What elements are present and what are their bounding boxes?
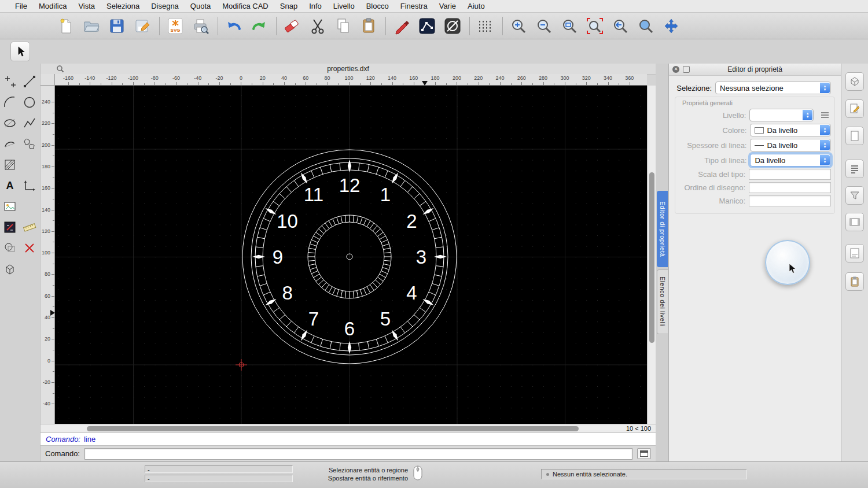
zoom-selection-button[interactable] [584,14,606,38]
menu-item-file[interactable]: File [9,2,33,10]
h-ruler-label: 100 [344,75,353,81]
color-value: Da livello [767,126,797,135]
v-scrollbar[interactable] [647,86,656,424]
menu-item-snap[interactable]: Snap [274,2,303,10]
menu-item-info[interactable]: Info [303,2,328,10]
h-ruler-label: 160 [409,75,418,81]
handle-input[interactable] [749,195,831,206]
circle-tool-button[interactable] [20,93,39,112]
zoom-auto-button[interactable] [558,14,580,38]
clipboard-panel-button[interactable] [845,272,864,291]
menu-item-quota[interactable]: Quota [185,2,216,10]
fill-tool-button[interactable] [1,217,19,237]
h-ruler-label: -100 [128,75,138,81]
menu-item-vista[interactable]: Vista [72,2,101,10]
measure-tool-button[interactable] [20,217,39,237]
linetype-select[interactable]: Da livello [750,154,831,167]
property-list-button[interactable] [845,160,864,178]
grid-toggle-button[interactable] [475,14,496,38]
polyline-tool-button[interactable] [20,113,39,133]
selection-select[interactable]: Nessuna selezione [715,82,831,94]
point-tool-icon [2,74,17,89]
line-tool-button[interactable] [20,72,39,91]
toolbar-separator [385,17,386,35]
box3d-tool-button[interactable] [1,259,19,279]
menu-item-blocco[interactable]: Blocco [361,2,395,10]
command-row: Comando: [41,445,656,461]
menu-item-livello[interactable]: Livello [328,2,361,10]
ellipse-tool-button[interactable] [1,113,19,133]
v-scrollbar-thumb[interactable] [649,172,654,343]
layer-select[interactable] [749,109,814,121]
edit-polyline-button[interactable] [416,14,438,38]
cursor-loupe [765,240,810,285]
menu-item-finestra[interactable]: Finestra [395,2,433,10]
h-scrollbar[interactable]: 10 < 100 [41,424,656,432]
polygon-tool-button[interactable] [20,134,39,154]
arrow-cursor-icon [14,45,27,58]
h-ruler-label: 180 [431,75,440,81]
lineweight-select[interactable]: Da livello [750,139,831,151]
draw-order-input[interactable] [749,182,831,193]
new-file-icon [57,17,75,35]
notes-button[interactable] [845,244,864,263]
menu-item-modifica[interactable]: Modifica [33,2,72,10]
text-tool-button[interactable]: A [1,176,19,195]
menu-item-varie[interactable]: Varie [433,2,462,10]
point-tool-button[interactable] [1,72,19,91]
paste-button[interactable] [358,14,380,38]
snap-tool-button[interactable] [20,238,39,258]
tab-property-editor[interactable]: Editor di proprietà [657,191,668,267]
menu-item-seleziona[interactable]: Seleziona [101,2,145,10]
linetype-scale-input[interactable] [749,169,831,180]
redo-button[interactable] [248,14,270,38]
copy-button[interactable] [332,14,354,38]
dimension-tool-button[interactable] [20,176,39,195]
zoom-out-button[interactable] [533,14,555,38]
blank-sheet-button[interactable] [845,127,864,145]
undo-button[interactable] [223,14,245,38]
cut-button[interactable] [307,14,329,38]
float-panel-button[interactable] [683,66,690,73]
toggle-construction-button[interactable] [442,14,464,38]
arc-tool-button[interactable] [1,93,19,112]
isometric-view-button[interactable] [845,72,864,91]
zoom-in-button[interactable] [507,14,529,38]
close-panel-button[interactable]: ✕ [672,66,679,73]
zoom-window-button[interactable] [635,14,657,38]
command-panel-button[interactable] [637,448,651,459]
layer-label: Livello: [679,111,746,120]
tab-layer-list[interactable]: Elenco dei livelli [657,269,668,334]
drawing-svg: 121234567891011 [55,86,647,424]
viewport-button[interactable] [845,213,864,231]
menu-item-modifica-cad[interactable]: Modifica CAD [216,2,274,10]
select-tool-button[interactable] [10,42,30,61]
print-preview-button[interactable] [190,14,212,38]
shape-tool-button[interactable] [1,238,19,258]
selection-label: Selezione: [674,84,712,93]
save-button[interactable] [106,14,128,38]
draw-pen-button[interactable] [391,14,413,38]
image-tool-button[interactable] [1,197,19,216]
h-scrollbar-thumb[interactable] [87,426,579,431]
eraser-icon [284,17,301,35]
toolbar-separator [218,17,218,35]
edit-drawing-button[interactable] [845,99,864,118]
menu-item-disegna[interactable]: Disegna [145,2,185,10]
color-select[interactable]: Da livello [750,124,831,136]
save-as-button[interactable] [131,14,153,38]
toolbar-separator [502,17,503,35]
layer-menu-button[interactable] [818,110,831,120]
hatch-tool-button[interactable] [1,155,19,175]
filter-button[interactable] [845,186,864,205]
drawing-canvas[interactable]: 121234567891011 [55,86,647,424]
menu-item-aiuto[interactable]: Aiuto [462,2,491,10]
new-file-button[interactable] [55,14,77,38]
command-input[interactable] [84,448,632,460]
zoom-previous-button[interactable] [609,14,631,38]
open-file-button[interactable] [80,14,102,38]
pan-button[interactable] [660,14,682,38]
curve-tool-button[interactable] [1,134,19,154]
svg-export-button[interactable]: SVG [164,14,186,38]
delete-entity-button[interactable] [281,14,303,38]
